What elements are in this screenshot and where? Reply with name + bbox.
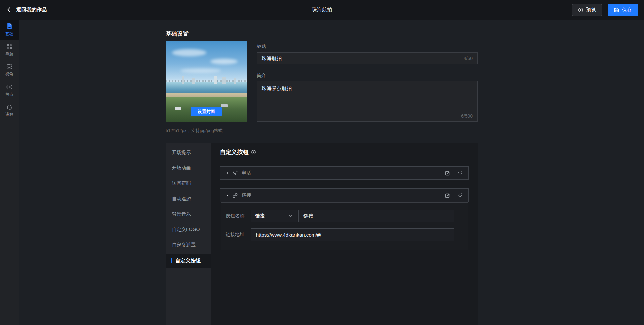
sidebar-item-label: 导航 bbox=[5, 51, 13, 57]
link-url-input[interactable]: https://www.4dkankan.com/#/ bbox=[251, 228, 454, 241]
save-button-label: 保存 bbox=[622, 7, 632, 13]
delete-icon[interactable] bbox=[457, 193, 463, 198]
preview-button[interactable]: 预览 bbox=[572, 4, 602, 16]
link-url-input-value: https://www.4dkankan.com/#/ bbox=[256, 232, 321, 238]
intro-textarea-value: 珠海景点航拍 bbox=[262, 85, 292, 91]
button-name-input-value: 链接 bbox=[303, 213, 313, 219]
back-chevron-icon[interactable] bbox=[6, 7, 12, 13]
cover-tower bbox=[222, 77, 226, 84]
cover-building bbox=[221, 104, 228, 107]
page-title: 珠海航拍 bbox=[0, 7, 644, 13]
sidebar-item-label: 热点 bbox=[5, 92, 13, 97]
info-icon[interactable] bbox=[251, 150, 256, 155]
play-icon bbox=[578, 7, 583, 13]
signal-icon bbox=[6, 84, 13, 90]
menu-item-custom-button[interactable]: 自定义按钮 bbox=[166, 254, 211, 268]
panel-heading-label: 自定义按钮 bbox=[220, 148, 249, 156]
sidebar-item-label: 基础 bbox=[5, 31, 13, 37]
delete-icon[interactable] bbox=[457, 170, 463, 176]
menu-item-custom-mask[interactable]: 自定义遮罩 bbox=[166, 237, 211, 253]
menu-item-auto-tour[interactable]: 自动巡游 bbox=[166, 191, 211, 207]
cover-hint: 512*512px，支持jpg/png格式 bbox=[166, 128, 223, 134]
cover-cloud bbox=[172, 49, 206, 56]
phone-icon bbox=[232, 170, 238, 176]
button-row-label: 链接 bbox=[241, 192, 251, 198]
cover-cloud bbox=[210, 59, 238, 64]
link-icon bbox=[232, 193, 238, 198]
cover-image[interactable]: 设置封面 bbox=[166, 41, 247, 122]
sidebar-item-label: 视角 bbox=[5, 71, 13, 77]
back-button[interactable]: 返回我的作品 bbox=[6, 7, 47, 13]
chevron-down-icon bbox=[288, 214, 293, 218]
preview-button-label: 预览 bbox=[586, 7, 596, 13]
intro-char-counter: 6/500 bbox=[461, 113, 473, 119]
cover-tower bbox=[182, 76, 184, 84]
sidebar-item-basic[interactable]: 基础 bbox=[0, 20, 19, 40]
title-field-label: 标题 bbox=[257, 43, 266, 49]
sidebar-item-hotspot[interactable]: 热点 bbox=[0, 80, 19, 100]
set-cover-button[interactable]: 设置封面 bbox=[191, 107, 222, 116]
menu-item-background-music[interactable]: 背景音乐 bbox=[166, 207, 211, 222]
document-icon bbox=[6, 23, 13, 30]
menu-item-access-password[interactable]: 访问密码 bbox=[166, 176, 211, 191]
button-row-link[interactable]: 链接 bbox=[220, 188, 469, 202]
intro-textarea[interactable]: 珠海景点航拍 6/500 bbox=[257, 81, 478, 122]
title-input-value: 珠海航拍 bbox=[262, 55, 282, 62]
caret-right-icon[interactable] bbox=[226, 171, 229, 175]
section-title: 基础设置 bbox=[166, 30, 189, 38]
headset-icon bbox=[6, 104, 13, 110]
menu-item-opening-animation[interactable]: 开场动画 bbox=[166, 160, 211, 176]
custom-buttons-panel: 自定义按钮 电话 bbox=[211, 143, 478, 325]
menu-item-custom-logo[interactable]: 自定义LOGO bbox=[166, 222, 211, 237]
back-button-label[interactable]: 返回我的作品 bbox=[16, 7, 47, 13]
caret-down-icon[interactable] bbox=[226, 194, 229, 197]
sidebar-item-viewpoint[interactable]: 视角 bbox=[0, 60, 19, 80]
sidebar-item-narration[interactable]: 讲解 bbox=[0, 100, 19, 120]
link-url-label: 链接地址 bbox=[226, 232, 251, 238]
edit-icon[interactable] bbox=[445, 193, 450, 198]
edit-icon[interactable] bbox=[445, 170, 450, 176]
button-row-phone[interactable]: 电话 bbox=[220, 166, 469, 180]
save-icon bbox=[614, 7, 619, 13]
sidebar-item-label: 讲解 bbox=[5, 112, 13, 117]
button-name-select[interactable]: 链接 bbox=[251, 210, 297, 222]
topbar: 返回我的作品 珠海航拍 预览 保存 bbox=[0, 0, 644, 20]
cover-tower bbox=[234, 78, 236, 84]
title-input[interactable]: 珠海航拍 4/50 bbox=[257, 52, 478, 64]
save-button[interactable]: 保存 bbox=[608, 4, 638, 16]
button-name-input[interactable]: 链接 bbox=[298, 210, 454, 222]
button-name-label: 按钮名称 bbox=[226, 213, 251, 219]
image-icon bbox=[6, 63, 13, 70]
cover-building bbox=[175, 107, 181, 110]
title-char-counter: 4/50 bbox=[464, 56, 473, 61]
button-row-label: 电话 bbox=[241, 170, 251, 176]
cover-tower bbox=[214, 76, 217, 84]
link-settings-form: 按钮名称 链接 链接 链接地址 https://www.4dkankan.com… bbox=[221, 202, 468, 250]
sidebar-item-navigation[interactable]: 导航 bbox=[0, 40, 19, 60]
cover-tower bbox=[192, 78, 195, 84]
grid-icon bbox=[6, 43, 13, 50]
menu-item-opening-tip[interactable]: 开场提示 bbox=[166, 145, 211, 160]
button-name-select-value: 链接 bbox=[255, 213, 265, 219]
sidebar: 基础 导航 视角 热点 讲解 bbox=[0, 20, 19, 325]
intro-field-label: 简介 bbox=[257, 73, 266, 79]
main-content: 基础设置 设置封面 512*512px，支持jpg/png格式 标题 珠海航拍 … bbox=[19, 20, 644, 325]
settings-menu: 开场提示 开场动画 访问密码 自动巡游 背景音乐 自定义LOGO 自定义遮罩 自… bbox=[166, 143, 211, 325]
